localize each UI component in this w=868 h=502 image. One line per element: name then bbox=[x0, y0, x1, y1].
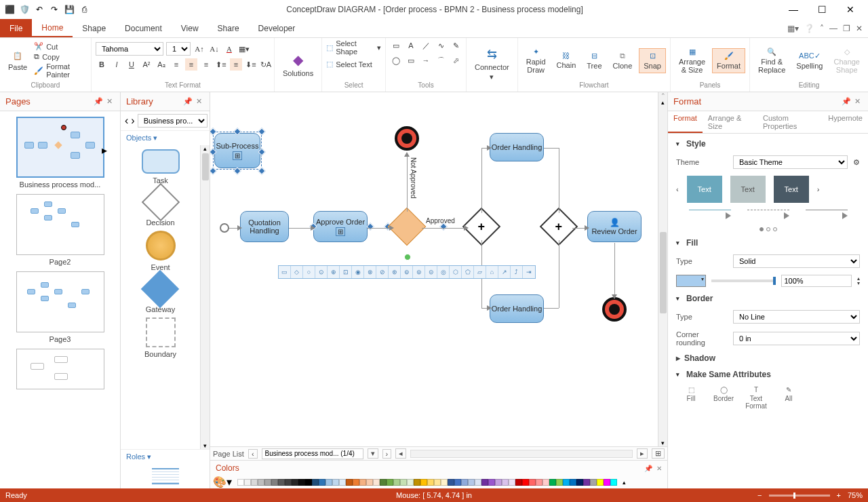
select-text-button[interactable]: ⬚Select Text bbox=[326, 60, 372, 69]
fmt-tab-custom[interactable]: Custom Properties bbox=[757, 111, 823, 133]
pin-icon[interactable]: 📌 bbox=[182, 97, 193, 106]
lib-roles-header[interactable]: Roles ▾ bbox=[121, 449, 210, 464]
font-size-select[interactable]: 11 bbox=[166, 42, 191, 56]
scroll-left-button[interactable]: ◂ bbox=[395, 448, 406, 459]
page-thumb-3[interactable]: Page3 bbox=[5, 271, 115, 343]
underline-button[interactable]: U bbox=[125, 58, 138, 71]
opacity-input[interactable] bbox=[781, 275, 852, 287]
color-swatch[interactable] bbox=[387, 479, 393, 486]
align-center-button[interactable]: ≡ bbox=[185, 58, 197, 71]
color-swatch[interactable] bbox=[522, 479, 529, 486]
color-swatch[interactable] bbox=[509, 479, 515, 486]
help-icon[interactable]: ❔ bbox=[804, 24, 814, 33]
close-panel-icon[interactable]: ✕ bbox=[193, 97, 204, 106]
color-swatch[interactable] bbox=[237, 479, 244, 486]
color-swatch[interactable] bbox=[495, 479, 502, 486]
canvas-scrollbar-h[interactable] bbox=[410, 450, 633, 458]
arrow-style-3[interactable] bbox=[806, 210, 848, 220]
color-swatch[interactable] bbox=[319, 479, 326, 486]
tab-developer[interactable]: Developer bbox=[249, 19, 305, 37]
color-swatch[interactable] bbox=[590, 479, 597, 486]
arrow-tool-icon[interactable]: → bbox=[420, 54, 432, 66]
subscript-button[interactable]: A₂ bbox=[155, 58, 167, 71]
theme-settings-icon[interactable]: ⚙ bbox=[853, 158, 860, 167]
rotation-handle[interactable] bbox=[404, 254, 411, 260]
end-event-top-shape[interactable] bbox=[395, 126, 419, 151]
color-swatch[interactable] bbox=[468, 479, 475, 486]
superscript-button[interactable]: A² bbox=[140, 58, 153, 71]
corner-rounding-select[interactable]: 0 in bbox=[733, 332, 860, 345]
approve-order-shape[interactable]: Approve Order ⊞ bbox=[313, 211, 368, 242]
color-swatch[interactable] bbox=[359, 479, 366, 486]
mini-restore-icon[interactable]: ❐ bbox=[843, 24, 850, 33]
lib-item-task[interactable]: Task bbox=[142, 149, 180, 185]
color-swatch[interactable] bbox=[373, 479, 380, 486]
page-prev-button[interactable]: ‹ bbox=[248, 449, 258, 459]
lib-item-boundary[interactable]: Boundary bbox=[144, 317, 176, 358]
color-swatch[interactable] bbox=[332, 479, 339, 486]
ribbon-collapse-icon[interactable]: ˄ bbox=[820, 24, 824, 33]
pin-icon[interactable]: 📌 bbox=[93, 97, 104, 106]
make-same-section[interactable]: Make Same Attributes bbox=[676, 370, 860, 379]
make-same-text[interactable]: TText Format bbox=[741, 386, 771, 410]
fit-button[interactable]: ⊞ bbox=[652, 448, 665, 459]
lib-item-event[interactable]: Event bbox=[146, 231, 176, 271]
start-event-shape[interactable] bbox=[220, 223, 229, 233]
tab-share[interactable]: Share bbox=[208, 19, 249, 37]
change-shape-button[interactable]: ◇Change Shape bbox=[829, 45, 864, 77]
pin-icon[interactable]: 📌 bbox=[644, 465, 652, 472]
color-swatch[interactable] bbox=[597, 479, 604, 486]
fill-section[interactable]: Fill bbox=[676, 238, 860, 248]
color-swatch[interactable] bbox=[420, 479, 427, 486]
color-swatch[interactable] bbox=[515, 479, 522, 486]
color-swatch[interactable] bbox=[353, 479, 359, 486]
review-order-shape[interactable]: 👤 Review Order bbox=[587, 211, 642, 242]
color-swatch[interactable] bbox=[312, 479, 319, 486]
lib-item-decision[interactable]: Decision bbox=[146, 189, 174, 227]
frame-tool-icon[interactable]: ▭ bbox=[405, 54, 417, 66]
theme-select[interactable]: Basic Theme bbox=[733, 155, 848, 169]
color-swatch[interactable] bbox=[604, 479, 610, 486]
smart-shape-toolbar[interactable]: ▭◇○⊙⊕⊡◉⊗⊘⊛⊚⊜⊝◎⬡⬠▱⌂↗⤴⇥ bbox=[278, 265, 536, 279]
color-swatch[interactable] bbox=[407, 479, 414, 486]
page-list-input[interactable] bbox=[262, 448, 363, 459]
increase-font-icon[interactable]: A↑ bbox=[193, 43, 205, 55]
theme-prev-icon[interactable]: ‹ bbox=[676, 185, 679, 193]
color-swatch[interactable] bbox=[285, 479, 292, 486]
canvas-scrollbar-v[interactable]: ⌃ ▴ ▾ bbox=[658, 92, 667, 446]
qat-print-icon[interactable]: ⎙ bbox=[79, 4, 90, 15]
color-swatch[interactable] bbox=[461, 479, 468, 486]
tab-document[interactable]: Document bbox=[115, 19, 172, 37]
fmt-tab-hypernote[interactable]: Hypernote bbox=[823, 111, 868, 133]
color-swatch[interactable] bbox=[264, 479, 271, 486]
lib-scrollbar[interactable]: ▴ ▾ bbox=[200, 145, 210, 449]
theme-preview-2[interactable]: Text bbox=[730, 176, 766, 203]
shadow-section[interactable]: ▸ Shadow bbox=[676, 353, 860, 363]
format-painter-button[interactable]: 🖌️Format Painter bbox=[34, 62, 87, 79]
tab-shape[interactable]: Shape bbox=[73, 19, 115, 37]
fill-type-select[interactable]: Solid bbox=[733, 254, 860, 268]
format-panel-button[interactable]: 🖌️Format bbox=[712, 48, 745, 73]
bold-button[interactable]: B bbox=[96, 58, 108, 71]
arrange-button[interactable]: ▦Arrange & Size bbox=[675, 45, 709, 77]
ellipse-tool-icon[interactable]: ◯ bbox=[390, 54, 402, 66]
color-swatch[interactable] bbox=[454, 479, 461, 486]
connector-button[interactable]: ⇆ Connector▾ bbox=[471, 44, 513, 84]
page-thumb-4[interactable] bbox=[5, 349, 115, 389]
close-panel-icon[interactable]: ✕ bbox=[104, 97, 115, 106]
color-swatch[interactable] bbox=[441, 479, 448, 486]
opacity-stepper[interactable]: ▴▾ bbox=[857, 276, 860, 286]
scroll-right-button[interactable]: ▸ bbox=[637, 448, 648, 459]
page-dropdown-button[interactable]: ▾ bbox=[368, 448, 378, 459]
fmt-tab-arrange[interactable]: Arrange & Size bbox=[703, 111, 757, 133]
color-swatch[interactable] bbox=[251, 479, 258, 486]
color-swatch[interactable] bbox=[475, 479, 481, 486]
addins-icon[interactable]: ▦▾ bbox=[787, 24, 799, 33]
chain-button[interactable]: ⛓Chain bbox=[553, 49, 580, 72]
valign-bot-button[interactable]: ⬇≡ bbox=[245, 58, 257, 71]
library-select[interactable]: Business pro... bbox=[138, 114, 208, 128]
theme-preview-1[interactable]: Text bbox=[687, 176, 722, 203]
minimize-button[interactable]: — bbox=[780, 1, 807, 18]
page-arrow-icon[interactable]: ▸ bbox=[102, 144, 107, 157]
border-section[interactable]: Border bbox=[676, 294, 860, 303]
